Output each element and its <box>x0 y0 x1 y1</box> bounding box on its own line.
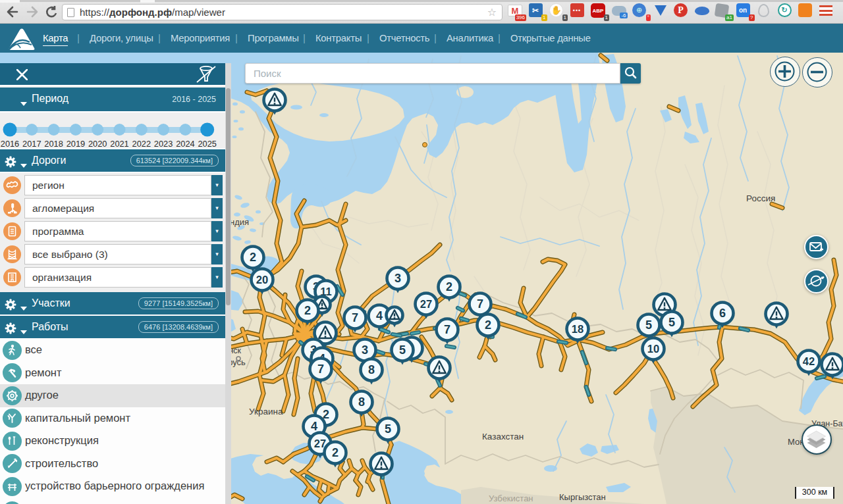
svg-text:20: 20 <box>256 274 268 286</box>
svg-text:Казахстан: Казахстан <box>482 432 524 441</box>
svg-text:2016: 2016 <box>1 139 19 149</box>
svg-text:2017: 2017 <box>22 139 41 149</box>
svg-text:2: 2 <box>485 318 491 332</box>
svg-text:3: 3 <box>362 343 368 357</box>
svg-text:2: 2 <box>446 280 452 293</box>
svg-text:8: 8 <box>368 363 375 376</box>
svg-text:18: 18 <box>572 323 584 335</box>
svg-text:6: 6 <box>719 307 726 320</box>
svg-text:2022: 2022 <box>132 139 151 149</box>
svg-text:2019: 2019 <box>67 139 85 149</box>
svg-text:2: 2 <box>250 251 256 264</box>
svg-text:Россия: Россия <box>746 193 775 203</box>
svg-text:2020: 2020 <box>88 139 107 149</box>
svg-text:Кыргызстан: Кыргызстан <box>559 492 606 502</box>
svg-text:Узбекистан: Узбекистан <box>489 493 533 503</box>
svg-text:2024: 2024 <box>176 139 194 149</box>
svg-text:5: 5 <box>645 318 652 332</box>
svg-text:8: 8 <box>358 395 365 409</box>
svg-text:2023: 2023 <box>154 139 173 149</box>
svg-text:Украина: Украина <box>249 407 283 416</box>
svg-text:10: 10 <box>647 343 659 355</box>
svg-text:5: 5 <box>399 343 406 357</box>
svg-text:2021: 2021 <box>110 139 128 149</box>
svg-text:4: 4 <box>376 309 383 322</box>
svg-text:5: 5 <box>385 422 391 436</box>
svg-text:4: 4 <box>311 420 317 433</box>
svg-text:27: 27 <box>420 298 432 310</box>
svg-text:3: 3 <box>394 272 401 285</box>
svg-text:2: 2 <box>332 446 339 459</box>
svg-text:7: 7 <box>477 297 483 311</box>
svg-text:7: 7 <box>352 311 358 324</box>
svg-text:7: 7 <box>317 363 324 376</box>
svg-text:2018: 2018 <box>44 139 63 149</box>
svg-text:7: 7 <box>444 323 450 336</box>
svg-text:2: 2 <box>304 304 311 317</box>
svg-text:2025: 2025 <box>198 139 216 149</box>
svg-text:5: 5 <box>668 316 675 329</box>
svg-text:42: 42 <box>803 355 815 367</box>
